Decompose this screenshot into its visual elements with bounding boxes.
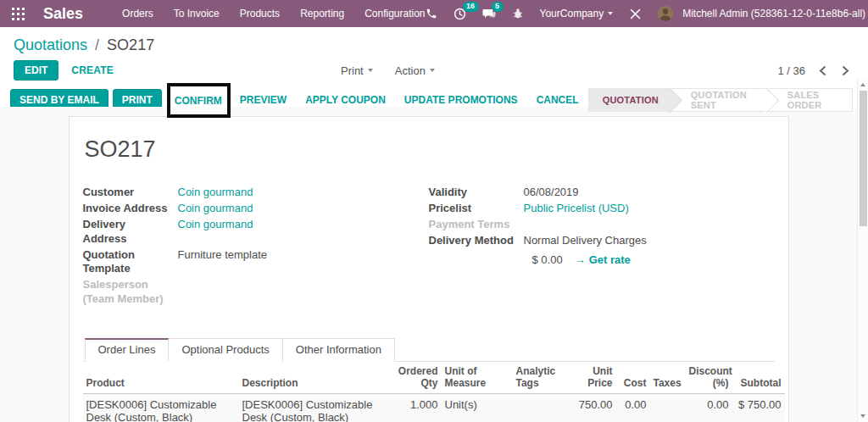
- col-header-unit-price[interactable]: Unit Price: [576, 362, 616, 394]
- arrow-right-icon: →: [575, 253, 586, 266]
- content-area: SO217 CustomerCoin gourmandInvoice Addre…: [0, 107, 857, 422]
- preview-button[interactable]: PREVIEW: [240, 94, 287, 106]
- app-title[interactable]: Sales: [43, 5, 83, 23]
- field-value-invoice-address[interactable]: Coin gourmand: [178, 202, 253, 216]
- cell-subtotal[interactable]: $ 750.00: [732, 393, 785, 422]
- nav-menu-orders[interactable]: Orders: [122, 8, 153, 19]
- field-value-validity: 06/08/2019: [524, 186, 579, 200]
- field-pricelist: PricelistPublic Pricelist (USD): [429, 202, 775, 216]
- scroll-down-icon[interactable]: [858, 411, 868, 421]
- cell-ordered-qty[interactable]: 1.000: [394, 393, 442, 422]
- messages-chat-icon[interactable]: 5: [482, 8, 496, 20]
- nav-menu-reporting[interactable]: Reporting: [300, 8, 344, 19]
- state-sales-order[interactable]: SALES ORDER: [767, 88, 853, 112]
- fields-right: Validity06/08/2019PricelistPublic Pricel…: [429, 186, 775, 308]
- state-label: QUOTATION: [603, 95, 659, 105]
- form-sheet: SO217 CustomerCoin gourmandInvoice Addre…: [69, 116, 789, 422]
- action-dropdown[interactable]: Action: [395, 64, 435, 77]
- scroll-up-icon[interactable]: [858, 80, 868, 90]
- tab-optional-products[interactable]: Optional Products: [168, 338, 282, 362]
- activities-clock-icon[interactable]: 16: [453, 8, 466, 20]
- nav-menu-to-invoice[interactable]: To Invoice: [174, 8, 220, 19]
- field-label: Customer: [83, 186, 178, 200]
- nav-menu-list: OrdersTo InvoiceProductsReportingConfigu…: [122, 8, 426, 19]
- print-dropdown[interactable]: Print: [341, 64, 373, 77]
- cell-product[interactable]: [DESK0006] Customizable Desk (Custom, Bl…: [83, 393, 239, 422]
- field-groups: CustomerCoin gourmandInvoice AddressCoin…: [83, 186, 775, 308]
- field-delivery-address: Delivery AddressCoin gourmand: [83, 218, 429, 246]
- scrollbar-thumb[interactable]: [860, 91, 867, 226]
- cell-discount[interactable]: 0.00: [686, 393, 732, 422]
- cell-cost[interactable]: 0.00: [616, 393, 650, 422]
- table-header-row: ProductDescriptionOrdered QtyUnit of Mea…: [83, 362, 785, 394]
- apps-grid-icon[interactable]: [12, 5, 25, 22]
- phone-icon[interactable]: [426, 8, 437, 19]
- grid-icon: [12, 8, 25, 20]
- col-header-ordered-qty[interactable]: Ordered Qty: [394, 362, 442, 394]
- state-quotation[interactable]: QUOTATION: [588, 88, 670, 112]
- company-name: YourCompany: [540, 8, 604, 19]
- breadcrumb-quotations-link[interactable]: Quotations: [14, 36, 87, 53]
- chevron-down-icon: [608, 12, 613, 15]
- user-menu[interactable]: Mitchell Admin (528361-12-0-11e8b6-all): [658, 6, 868, 21]
- chevron-left-icon: [821, 66, 826, 75]
- cell-unit-price[interactable]: 750.00: [576, 393, 616, 422]
- tab-other-information[interactable]: Other Information: [282, 338, 395, 362]
- chevron-down-icon: [368, 69, 373, 72]
- update-promotions-button[interactable]: UPDATE PROMOTIONS: [404, 94, 518, 106]
- cell-taxes[interactable]: [650, 393, 686, 422]
- field-value-delivery-method: Normal Delivery Charges: [524, 234, 647, 248]
- pager-next-button[interactable]: [840, 65, 851, 76]
- action-label: Action: [395, 64, 426, 77]
- field-salesperson-team-member: Salesperson (Team Member): [83, 278, 429, 306]
- col-header-description[interactable]: Description: [239, 362, 394, 394]
- user-name: Mitchell Admin (528361-12-0-11e8b6-all): [682, 8, 865, 19]
- create-button[interactable]: CREATE: [71, 64, 114, 76]
- state-quotation-sent[interactable]: QUOTATION SENT: [670, 88, 767, 112]
- get-rate-label: Get rate: [589, 253, 631, 266]
- edit-button[interactable]: EDIT: [14, 60, 58, 81]
- order-lines-table: ProductDescriptionOrdered QtyUnit of Mea…: [83, 362, 785, 422]
- debug-bug-icon[interactable]: [512, 8, 524, 19]
- col-header-unit-of-measure[interactable]: Unit of Measure: [442, 362, 513, 394]
- field-label: Validity: [429, 186, 524, 200]
- field-payment-terms: Payment Terms: [429, 218, 775, 232]
- field-value-delivery-address[interactable]: Coin gourmand: [178, 218, 253, 246]
- tools-wrench-icon[interactable]: [629, 8, 642, 20]
- cell-description[interactable]: [DESK0006] Customizable Desk (Custom, Bl…: [239, 393, 394, 422]
- print-action-group: Print Action: [341, 64, 435, 77]
- vertical-scrollbar[interactable]: [857, 79, 868, 422]
- message-count-badge: 5: [492, 2, 504, 12]
- confirm-wrap: CONFIRM: [175, 92, 222, 108]
- apply-coupon-button[interactable]: APPLY COUPON: [305, 94, 386, 106]
- field-value-pricelist[interactable]: Public Pricelist (USD): [524, 202, 629, 216]
- cell-analytic-tags[interactable]: [513, 393, 576, 422]
- field-validity: Validity06/08/2019: [429, 186, 775, 200]
- field-value-quotation-template: Furniture template: [178, 248, 268, 276]
- breadcrumb-separator: /: [95, 36, 99, 53]
- col-header-taxes[interactable]: Taxes: [650, 362, 686, 394]
- pager-previous-button[interactable]: [817, 65, 828, 76]
- tab-order-lines[interactable]: Order Lines: [85, 338, 170, 362]
- nav-menu-configuration[interactable]: Configuration: [364, 8, 425, 19]
- col-header-product[interactable]: Product: [83, 362, 239, 394]
- col-header-cost[interactable]: Cost: [616, 362, 650, 394]
- breadcrumb: Quotations / SO217: [0, 27, 868, 56]
- record-title: SO217: [85, 136, 775, 163]
- fields-left: CustomerCoin gourmandInvoice AddressCoin…: [83, 186, 429, 308]
- field-value-customer[interactable]: Coin gourmand: [178, 186, 253, 200]
- chevron-right-icon: [843, 66, 849, 75]
- col-header-subtotal[interactable]: Subtotal: [732, 362, 785, 394]
- print-label: Print: [341, 64, 364, 77]
- cancel-button[interactable]: CANCEL: [537, 94, 579, 106]
- company-menu[interactable]: YourCompany: [540, 8, 614, 19]
- cell-unit-of-measure[interactable]: Unit(s): [442, 393, 513, 422]
- activity-count-badge: 16: [463, 2, 479, 12]
- col-header-analytic-tags[interactable]: Analytic Tags: [513, 362, 576, 394]
- col-header-discount[interactable]: Discount (%): [686, 362, 732, 394]
- nav-menu-products[interactable]: Products: [240, 8, 280, 19]
- confirm-button[interactable]: CONFIRM: [175, 95, 222, 107]
- statusbar-secondary-buttons: PREVIEWAPPLY COUPONUPDATE PROMOTIONSCANC…: [231, 94, 588, 106]
- table-row[interactable]: [DESK0006] Customizable Desk (Custom, Bl…: [83, 393, 785, 422]
- get-rate-link[interactable]: →Get rate: [575, 253, 631, 266]
